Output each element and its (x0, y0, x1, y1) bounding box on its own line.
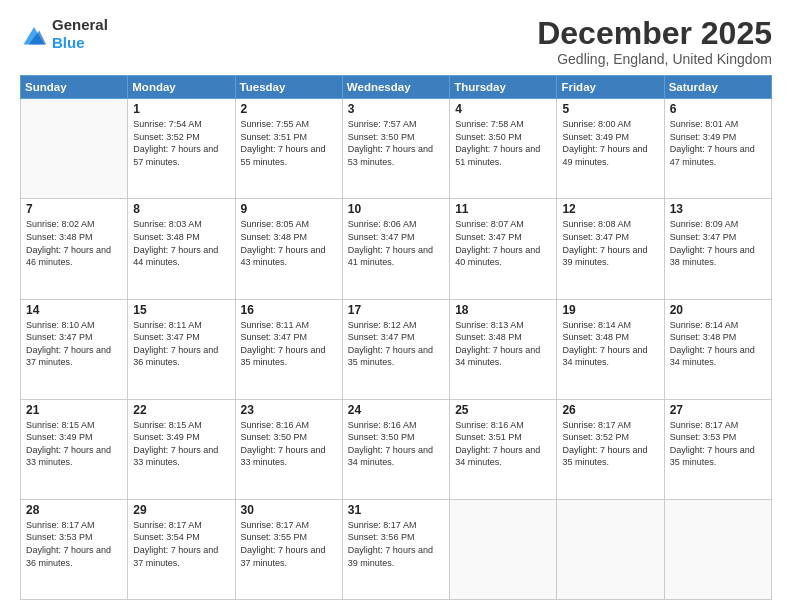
day-info: Sunrise: 8:07 AMSunset: 3:47 PMDaylight:… (455, 218, 551, 268)
day-number: 7 (26, 202, 122, 216)
day-info: Sunrise: 7:57 AMSunset: 3:50 PMDaylight:… (348, 118, 444, 168)
header-thursday: Thursday (450, 76, 557, 99)
sunrise-text: Sunrise: 8:11 AM (133, 320, 202, 330)
calendar-cell: 1Sunrise: 7:54 AMSunset: 3:52 PMDaylight… (128, 99, 235, 199)
day-info: Sunrise: 8:17 AMSunset: 3:55 PMDaylight:… (241, 519, 337, 569)
sunset-text: Sunset: 3:47 PM (670, 232, 737, 242)
day-number: 26 (562, 403, 658, 417)
day-info: Sunrise: 7:58 AMSunset: 3:50 PMDaylight:… (455, 118, 551, 168)
sunrise-text: Sunrise: 8:07 AM (455, 219, 524, 229)
daylight-text: Daylight: 7 hours and 33 minutes. (133, 445, 218, 468)
sunset-text: Sunset: 3:48 PM (26, 232, 93, 242)
header-tuesday: Tuesday (235, 76, 342, 99)
calendar-cell: 26Sunrise: 8:17 AMSunset: 3:52 PMDayligh… (557, 399, 664, 499)
calendar-week-0: 1Sunrise: 7:54 AMSunset: 3:52 PMDaylight… (21, 99, 772, 199)
sunset-text: Sunset: 3:51 PM (455, 432, 522, 442)
calendar-cell: 2Sunrise: 7:55 AMSunset: 3:51 PMDaylight… (235, 99, 342, 199)
logo-line1: General (52, 16, 108, 34)
calendar-week-2: 14Sunrise: 8:10 AMSunset: 3:47 PMDayligh… (21, 299, 772, 399)
day-info: Sunrise: 8:09 AMSunset: 3:47 PMDaylight:… (670, 218, 766, 268)
sunset-text: Sunset: 3:49 PM (133, 432, 200, 442)
day-number: 22 (133, 403, 229, 417)
sunset-text: Sunset: 3:54 PM (133, 532, 200, 542)
weekday-header-row: Sunday Monday Tuesday Wednesday Thursday… (21, 76, 772, 99)
day-info: Sunrise: 8:08 AMSunset: 3:47 PMDaylight:… (562, 218, 658, 268)
day-number: 21 (26, 403, 122, 417)
sunrise-text: Sunrise: 8:10 AM (26, 320, 95, 330)
sunrise-text: Sunrise: 8:14 AM (670, 320, 739, 330)
sunrise-text: Sunrise: 8:01 AM (670, 119, 739, 129)
sunset-text: Sunset: 3:47 PM (562, 232, 629, 242)
daylight-text: Daylight: 7 hours and 34 minutes. (348, 445, 433, 468)
day-info: Sunrise: 7:55 AMSunset: 3:51 PMDaylight:… (241, 118, 337, 168)
calendar-cell: 9Sunrise: 8:05 AMSunset: 3:48 PMDaylight… (235, 199, 342, 299)
day-number: 1 (133, 102, 229, 116)
sunset-text: Sunset: 3:52 PM (562, 432, 629, 442)
day-info: Sunrise: 8:17 AMSunset: 3:56 PMDaylight:… (348, 519, 444, 569)
sunrise-text: Sunrise: 7:55 AM (241, 119, 310, 129)
calendar-cell: 19Sunrise: 8:14 AMSunset: 3:48 PMDayligh… (557, 299, 664, 399)
daylight-text: Daylight: 7 hours and 46 minutes. (26, 245, 111, 268)
day-number: 4 (455, 102, 551, 116)
header-sunday: Sunday (21, 76, 128, 99)
day-number: 8 (133, 202, 229, 216)
calendar-week-3: 21Sunrise: 8:15 AMSunset: 3:49 PMDayligh… (21, 399, 772, 499)
day-info: Sunrise: 8:12 AMSunset: 3:47 PMDaylight:… (348, 319, 444, 369)
day-info: Sunrise: 8:01 AMSunset: 3:49 PMDaylight:… (670, 118, 766, 168)
day-number: 2 (241, 102, 337, 116)
daylight-text: Daylight: 7 hours and 40 minutes. (455, 245, 540, 268)
daylight-text: Daylight: 7 hours and 57 minutes. (133, 144, 218, 167)
header-monday: Monday (128, 76, 235, 99)
calendar-cell: 28Sunrise: 8:17 AMSunset: 3:53 PMDayligh… (21, 499, 128, 599)
sunrise-text: Sunrise: 8:14 AM (562, 320, 631, 330)
sunset-text: Sunset: 3:49 PM (562, 132, 629, 142)
calendar-cell (664, 499, 771, 599)
daylight-text: Daylight: 7 hours and 39 minutes. (562, 245, 647, 268)
day-info: Sunrise: 8:10 AMSunset: 3:47 PMDaylight:… (26, 319, 122, 369)
calendar-cell: 23Sunrise: 8:16 AMSunset: 3:50 PMDayligh… (235, 399, 342, 499)
sunrise-text: Sunrise: 8:17 AM (562, 420, 631, 430)
day-number: 13 (670, 202, 766, 216)
day-info: Sunrise: 8:17 AMSunset: 3:53 PMDaylight:… (670, 419, 766, 469)
daylight-text: Daylight: 7 hours and 37 minutes. (133, 545, 218, 568)
daylight-text: Daylight: 7 hours and 37 minutes. (241, 545, 326, 568)
sunset-text: Sunset: 3:47 PM (455, 232, 522, 242)
sunset-text: Sunset: 3:50 PM (348, 132, 415, 142)
calendar-cell: 22Sunrise: 8:15 AMSunset: 3:49 PMDayligh… (128, 399, 235, 499)
sunset-text: Sunset: 3:47 PM (348, 332, 415, 342)
sunset-text: Sunset: 3:49 PM (26, 432, 93, 442)
calendar-cell: 4Sunrise: 7:58 AMSunset: 3:50 PMDaylight… (450, 99, 557, 199)
day-info: Sunrise: 7:54 AMSunset: 3:52 PMDaylight:… (133, 118, 229, 168)
sunset-text: Sunset: 3:53 PM (670, 432, 737, 442)
sunrise-text: Sunrise: 7:58 AM (455, 119, 524, 129)
sunrise-text: Sunrise: 8:17 AM (348, 520, 417, 530)
day-number: 12 (562, 202, 658, 216)
day-info: Sunrise: 8:16 AMSunset: 3:50 PMDaylight:… (241, 419, 337, 469)
day-info: Sunrise: 8:02 AMSunset: 3:48 PMDaylight:… (26, 218, 122, 268)
sunset-text: Sunset: 3:49 PM (670, 132, 737, 142)
day-info: Sunrise: 8:05 AMSunset: 3:48 PMDaylight:… (241, 218, 337, 268)
day-info: Sunrise: 8:11 AMSunset: 3:47 PMDaylight:… (133, 319, 229, 369)
sunrise-text: Sunrise: 8:16 AM (241, 420, 310, 430)
day-number: 3 (348, 102, 444, 116)
day-number: 27 (670, 403, 766, 417)
header-friday: Friday (557, 76, 664, 99)
daylight-text: Daylight: 7 hours and 55 minutes. (241, 144, 326, 167)
sunset-text: Sunset: 3:56 PM (348, 532, 415, 542)
month-title: December 2025 (537, 16, 772, 51)
day-number: 25 (455, 403, 551, 417)
daylight-text: Daylight: 7 hours and 34 minutes. (455, 345, 540, 368)
sunrise-text: Sunrise: 8:16 AM (455, 420, 524, 430)
calendar-cell (557, 499, 664, 599)
calendar-cell: 6Sunrise: 8:01 AMSunset: 3:49 PMDaylight… (664, 99, 771, 199)
sunset-text: Sunset: 3:50 PM (348, 432, 415, 442)
sunrise-text: Sunrise: 8:12 AM (348, 320, 417, 330)
sunset-text: Sunset: 3:51 PM (241, 132, 308, 142)
day-number: 6 (670, 102, 766, 116)
sunrise-text: Sunrise: 8:17 AM (670, 420, 739, 430)
day-number: 11 (455, 202, 551, 216)
daylight-text: Daylight: 7 hours and 35 minutes. (562, 445, 647, 468)
sunrise-text: Sunrise: 8:17 AM (133, 520, 202, 530)
day-number: 16 (241, 303, 337, 317)
day-info: Sunrise: 8:17 AMSunset: 3:54 PMDaylight:… (133, 519, 229, 569)
